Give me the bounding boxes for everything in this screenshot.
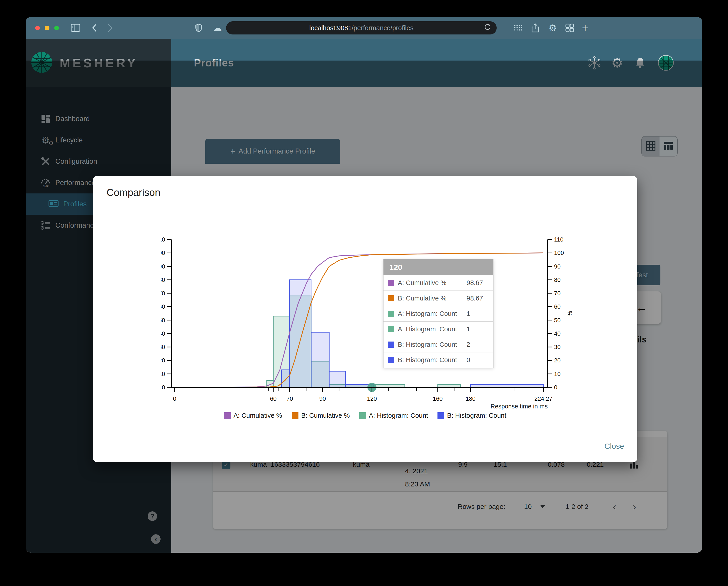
close-button[interactable]: Close <box>604 442 624 451</box>
share-icon[interactable] <box>528 22 542 34</box>
svg-text:30: 30 <box>161 344 165 350</box>
svg-text:80: 80 <box>161 276 165 283</box>
svg-text:0: 0 <box>162 384 165 391</box>
comparison-modal: Comparison 00101020203030404050506060707… <box>93 176 637 462</box>
svg-text:180: 180 <box>466 395 475 402</box>
new-tab-icon[interactable]: + <box>578 22 592 34</box>
series-swatch <box>388 295 394 301</box>
svg-text:20: 20 <box>161 357 165 364</box>
legend-swatch <box>292 412 298 419</box>
svg-text:50: 50 <box>161 317 165 324</box>
svg-text:100: 100 <box>554 249 564 256</box>
tab-overview-icon[interactable] <box>563 22 576 34</box>
url-bar[interactable]: localhost:9081/performance/profiles <box>226 21 497 34</box>
svg-text:70: 70 <box>286 395 293 402</box>
legend-swatch <box>438 412 444 419</box>
tooltip-row: A: Histogram: Count1 <box>384 306 493 321</box>
tab-groups-icon[interactable] <box>512 22 525 34</box>
svg-text:70: 70 <box>554 290 561 297</box>
close-window-button[interactable] <box>35 26 40 30</box>
svg-text:0: 0 <box>173 395 176 402</box>
svg-text:90: 90 <box>554 263 561 270</box>
series-swatch <box>388 326 394 332</box>
series-swatch <box>388 357 394 363</box>
url-host: localhost:9081 <box>309 24 352 31</box>
privacy-shield-icon[interactable] <box>192 22 205 34</box>
svg-text:60: 60 <box>554 303 561 310</box>
url-path: /performance/profiles <box>352 24 413 31</box>
series-swatch <box>388 311 394 317</box>
svg-text:50: 50 <box>554 317 561 324</box>
tooltip-row: A: Histogram: Count1 <box>384 321 493 337</box>
tooltip-row: B: Cumulative %98.67 <box>384 291 493 306</box>
svg-text:0: 0 <box>554 384 557 391</box>
forward-icon[interactable] <box>104 22 116 34</box>
svg-text:60: 60 <box>161 303 165 310</box>
svg-text:80: 80 <box>554 276 561 283</box>
svg-text:%: % <box>567 311 573 316</box>
svg-text:90: 90 <box>161 263 165 270</box>
legend-item[interactable]: A: Histogram: Count <box>359 412 428 419</box>
series-swatch <box>388 342 394 348</box>
svg-text:10: 10 <box>554 371 561 377</box>
chart-legend: A: Cumulative % B: Cumulative % A: Histo… <box>93 412 637 419</box>
legend-item[interactable]: B: Histogram: Count <box>438 412 506 419</box>
reload-icon[interactable] <box>484 23 491 33</box>
tooltip-header: 120 <box>384 259 493 275</box>
svg-text:40: 40 <box>161 330 165 337</box>
minimize-window-button[interactable] <box>45 26 49 30</box>
svg-text:224.27: 224.27 <box>534 395 552 402</box>
legend-swatch <box>359 412 366 419</box>
comparison-chart[interactable]: 0010102020303040405050606070708080909010… <box>161 234 580 415</box>
svg-text:Response time in ms: Response time in ms <box>491 403 548 410</box>
svg-text:60: 60 <box>270 395 277 402</box>
svg-text:70: 70 <box>161 290 165 297</box>
app-viewport: Profiles ⚙ <box>26 39 702 553</box>
legend-item[interactable]: B: Cumulative % <box>292 412 350 419</box>
series-swatch <box>388 280 394 286</box>
svg-text:110: 110 <box>161 236 165 243</box>
svg-text:120: 120 <box>367 395 377 402</box>
svg-text:100: 100 <box>161 249 165 256</box>
back-icon[interactable] <box>88 22 101 34</box>
svg-text:40: 40 <box>554 330 561 337</box>
sidebar-toggle-icon[interactable] <box>69 22 82 34</box>
tooltip-row: B: Histogram: Count0 <box>384 352 493 368</box>
svg-text:30: 30 <box>554 344 561 350</box>
svg-text:90: 90 <box>319 395 326 402</box>
tooltip-row: A: Cumulative %98.67 <box>384 275 493 291</box>
svg-text:110: 110 <box>554 236 563 243</box>
zoom-window-button[interactable] <box>54 26 59 30</box>
browser-toolbar: ☁ localhost:9081/performance/profiles ⚙ … <box>26 17 702 39</box>
svg-text:160: 160 <box>433 395 442 402</box>
cloud-icon[interactable]: ☁ <box>210 22 224 34</box>
legend-swatch <box>224 412 231 419</box>
settings-gear-icon[interactable]: ⚙ <box>546 22 560 34</box>
browser-window: ☁ localhost:9081/performance/profiles ⚙ … <box>26 17 702 553</box>
legend-item[interactable]: A: Cumulative % <box>224 412 282 419</box>
svg-text:10: 10 <box>161 371 165 377</box>
tooltip-row: B: Histogram: Count2 <box>384 337 493 352</box>
chart-tooltip: 120 A: Cumulative %98.67 B: Cumulative %… <box>383 259 494 368</box>
modal-title: Comparison <box>107 187 160 198</box>
svg-text:20: 20 <box>554 357 561 364</box>
